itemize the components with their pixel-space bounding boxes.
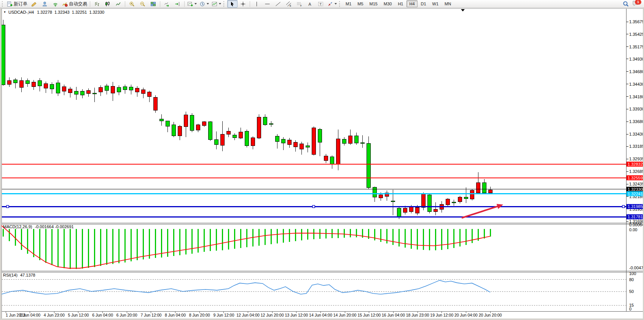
signals-button[interactable] xyxy=(50,0,61,8)
timeframe-button-W1[interactable]: W1 xyxy=(430,0,442,7)
chart-shift-button[interactable] xyxy=(172,0,183,8)
window-edge-left xyxy=(0,8,2,320)
window-edge-bottom xyxy=(0,318,644,320)
line-handle[interactable] xyxy=(6,205,9,208)
new-order-button[interactable]: 新订单 xyxy=(6,0,29,8)
chart-shift-marker[interactable] xyxy=(461,9,465,11)
line-handle[interactable] xyxy=(622,205,625,208)
time-tick-label: 9 Jun 12:00 xyxy=(213,313,234,317)
macd-axis-label: -0.004708 xyxy=(629,266,644,270)
macd-name: MACD(12,26,9) xyxy=(3,224,32,229)
community-button[interactable] xyxy=(40,0,50,8)
new-chart-dropdown[interactable] xyxy=(186,0,198,8)
toolbar-gripper[interactable] xyxy=(339,1,341,7)
price-tick-label: 1.35675 xyxy=(629,19,644,24)
svg-text:F: F xyxy=(300,5,302,7)
timeframe-button-M15[interactable]: M15 xyxy=(367,0,380,7)
timeframe-button-D1[interactable]: D1 xyxy=(418,0,429,7)
ohlc-open: 1.32278 xyxy=(37,10,52,14)
search-icon[interactable] xyxy=(623,1,629,7)
time-tick-label: 7 Jun 12:00 xyxy=(140,313,161,317)
svg-text:T: T xyxy=(320,2,322,6)
toolbar-gripper[interactable] xyxy=(223,1,225,7)
candle xyxy=(38,78,41,91)
auto-scroll-button[interactable] xyxy=(162,0,172,8)
main-toolbar: 新订单 自动交易 xyxy=(0,0,644,8)
bars-chart-button[interactable] xyxy=(92,0,102,8)
price-tick-label: 1.33680 xyxy=(629,119,644,124)
chart-shift-icon xyxy=(175,1,180,7)
candle xyxy=(190,113,194,132)
candle xyxy=(482,179,486,194)
tile-windows-button[interactable] xyxy=(148,0,158,8)
vertical-line-icon xyxy=(254,1,260,7)
rsi-name: RSI(14) xyxy=(3,273,18,277)
time-tick-label: 14 Jun 04:00 xyxy=(309,313,332,317)
svg-text:E: E xyxy=(290,5,291,7)
price-badge-label: 1.32330 xyxy=(628,187,643,192)
time-tick-label: 20 Jun 20:00 xyxy=(479,313,502,317)
price-tick-label: 1.35425 xyxy=(629,32,644,37)
candle xyxy=(263,114,267,126)
timeframe-button-M30[interactable]: M30 xyxy=(381,0,394,7)
candle xyxy=(117,85,121,95)
candle xyxy=(324,154,328,163)
macd-pane: 0.0006440.00-0.004708 xyxy=(2,222,644,270)
tile-windows-icon xyxy=(150,1,156,7)
fibonacci-button[interactable]: F xyxy=(294,0,304,8)
time-tick-label: 15 Jun 12:00 xyxy=(357,313,381,317)
candle xyxy=(68,87,72,98)
candle xyxy=(196,124,200,132)
equidistant-channel-button[interactable]: E xyxy=(284,0,294,8)
line-handle[interactable] xyxy=(312,205,315,208)
ohlc-close: 1.32330 xyxy=(89,10,104,14)
rsi-axis-label: 0 xyxy=(629,307,631,311)
timeframe-button-H1[interactable]: H1 xyxy=(395,0,406,7)
zoom-out-button[interactable] xyxy=(137,0,148,8)
timeframe-button-H4[interactable]: H4 xyxy=(406,0,417,7)
candle xyxy=(348,130,352,145)
timeframe-button-MN[interactable]: MN xyxy=(442,0,454,7)
metaeditor-button[interactable] xyxy=(29,0,39,8)
dropdown-caret-icon xyxy=(219,3,221,5)
arrows-dropdown[interactable] xyxy=(326,0,338,8)
macd-axis-label: 0.00 xyxy=(629,227,637,232)
candle xyxy=(330,155,334,169)
candle xyxy=(470,189,474,200)
candle xyxy=(105,84,108,94)
metaeditor-icon xyxy=(31,1,37,7)
cursor-button[interactable] xyxy=(227,0,238,8)
text-button[interactable]: A xyxy=(305,0,315,8)
candlestick-chart-button[interactable] xyxy=(102,0,113,8)
rsi-axis-label: 50 xyxy=(629,289,634,294)
price-tick-label: 1.35175 xyxy=(629,45,644,49)
line-chart-button[interactable] xyxy=(113,0,123,8)
horizontal-line-button[interactable] xyxy=(262,0,273,8)
timeframe-button-M1[interactable]: M1 xyxy=(343,0,354,7)
notifications-button[interactable]: 1 xyxy=(632,0,640,7)
candle xyxy=(74,87,78,100)
autotrade-button[interactable]: 自动交易 xyxy=(61,0,88,8)
price-tick-label: 1.32935 xyxy=(629,157,644,161)
rsi-axis-label: 100 xyxy=(629,271,636,276)
trendline-icon xyxy=(275,1,281,7)
candle xyxy=(452,200,456,206)
symbol-dropdown-icon[interactable]: ▼ xyxy=(3,10,6,14)
candle xyxy=(19,77,23,92)
candle xyxy=(202,121,206,127)
tr endline-button[interactable] xyxy=(273,0,283,8)
symbol-period-label: USDCAD-,H4 xyxy=(8,10,34,14)
time-tick-label: 8 Jun 04:00 xyxy=(165,313,186,317)
toolbar-gripper[interactable] xyxy=(2,1,4,7)
candle xyxy=(56,80,60,96)
crosshair-button[interactable] xyxy=(238,0,248,8)
text-label-button[interactable]: T xyxy=(316,0,326,8)
template-dropdown[interactable] xyxy=(210,0,222,8)
macd-axis-label: 0.000644 xyxy=(629,222,644,227)
zoom-in-button[interactable] xyxy=(127,0,137,8)
period-dropdown[interactable] xyxy=(198,0,210,8)
timeframe-button-M5[interactable]: M5 xyxy=(355,0,366,7)
candle xyxy=(281,137,285,150)
vertical-line-button[interactable] xyxy=(252,0,262,8)
ohlc-low: 1.32251 xyxy=(72,10,87,14)
